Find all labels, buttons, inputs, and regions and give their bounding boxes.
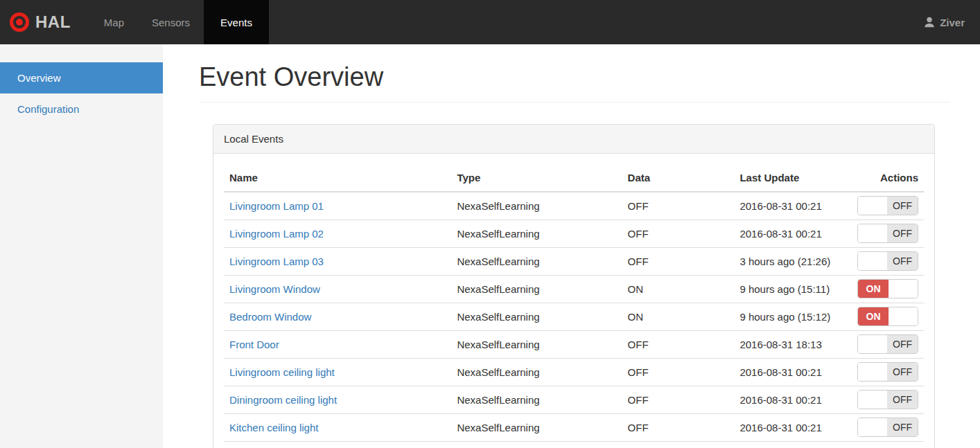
toggle-handle bbox=[858, 224, 887, 242]
toggle-switch[interactable]: OFF bbox=[857, 224, 918, 243]
top-navbar: HAL Map Sensors Events Ziver bbox=[0, 0, 980, 44]
device-data-value: OFF bbox=[622, 247, 735, 275]
device-type: NexaSelfLearning bbox=[451, 413, 622, 441]
device-type: NexaSelfLearning bbox=[451, 358, 622, 386]
panel-body: Name Type Data Last Update Actions Livin… bbox=[213, 154, 934, 448]
device-data-value: OFF bbox=[622, 413, 735, 441]
toggle-state-label: OFF bbox=[887, 197, 918, 215]
toggle-handle bbox=[889, 307, 918, 325]
device-data-value: ON bbox=[622, 303, 735, 330]
device-data-value: OFF bbox=[622, 358, 735, 386]
device-last-update: 9 hours ago (15:11) bbox=[734, 275, 852, 303]
sidebar-list: Overview Configuration bbox=[0, 62, 163, 125]
device-name-link[interactable]: Livingroom Lamp 03 bbox=[229, 256, 324, 267]
toggle-state-label: OFF bbox=[887, 335, 918, 353]
toggle-handle bbox=[889, 280, 918, 298]
toggle-switch[interactable]: OFF bbox=[857, 251, 918, 271]
toggle-switch[interactable]: OFF bbox=[857, 418, 918, 437]
device-last-update: 9 hours ago (15:12) bbox=[734, 303, 852, 330]
main-content: Event Overview Local Events Name Type Da… bbox=[163, 62, 980, 448]
nav-item-events[interactable]: Events bbox=[204, 0, 269, 44]
toggle-switch[interactable]: ON bbox=[857, 307, 918, 326]
device-last-update: 2016-08-31 00:21 bbox=[734, 413, 852, 441]
column-header-actions: Actions bbox=[852, 164, 924, 192]
device-type: NexaSelfLearning bbox=[451, 219, 622, 247]
device-data-value: OFF bbox=[622, 386, 735, 413]
device-type: NexaSelfLearning bbox=[451, 330, 622, 358]
device-last-update: 3 hours ago (21:26) bbox=[734, 247, 852, 275]
device-name-link[interactable]: Livingroom Lamp 02 bbox=[229, 228, 324, 240]
device-name-link[interactable]: Kitchen ceiling light bbox=[229, 422, 318, 433]
toggle-switch[interactable]: OFF bbox=[857, 196, 918, 215]
device-data-value: ON bbox=[622, 275, 735, 303]
device-data-value: OFF bbox=[622, 192, 735, 220]
device-type: NexaSelfLearning bbox=[451, 303, 622, 330]
device-name-link[interactable]: Livingroom ceiling light bbox=[229, 366, 335, 378]
table-header-row: Name Type Data Last Update Actions bbox=[224, 164, 924, 192]
device-name-link[interactable]: Bedroom Window bbox=[229, 311, 311, 323]
column-header-data: Data bbox=[622, 164, 735, 192]
table-row: Livingroom Lamp 03 NexaSelfLearning OFF … bbox=[224, 247, 924, 275]
device-last-update: 2016-08-31 00:21 bbox=[734, 219, 852, 247]
toggle-handle bbox=[858, 335, 887, 353]
brand[interactable]: HAL bbox=[0, 0, 80, 44]
nav-item-map[interactable]: Map bbox=[90, 0, 138, 44]
toggle-state-label: OFF bbox=[887, 252, 918, 270]
device-name-link[interactable]: Front Door bbox=[229, 339, 279, 350]
device-name-link[interactable]: Livingroom Lamp 01 bbox=[229, 200, 324, 212]
table-row: Livingroom Window NexaSelfLearning ON 9 … bbox=[224, 275, 924, 303]
table-row: Livingroom Lamp 02 NexaSelfLearning OFF … bbox=[224, 219, 924, 247]
toggle-switch[interactable]: ON bbox=[857, 279, 918, 298]
table-row: Livingroom ceiling light NexaSelfLearnin… bbox=[224, 358, 924, 386]
column-header-last-update: Last Update bbox=[734, 164, 852, 192]
device-name-link[interactable]: Livingroom Window bbox=[229, 283, 320, 295]
person-icon bbox=[923, 16, 936, 28]
table-row: Livingroom Lamp 01 NexaSelfLearning OFF … bbox=[224, 192, 924, 220]
table-row: Front Door NexaSelfLearning OFF 2016-08-… bbox=[224, 330, 924, 358]
toggle-state-label: OFF bbox=[887, 418, 918, 436]
toggle-switch[interactable]: OFF bbox=[857, 362, 918, 382]
user-menu[interactable]: Ziver bbox=[923, 0, 980, 44]
sidebar: Overview Configuration bbox=[0, 44, 163, 448]
column-header-type: Type bbox=[451, 164, 622, 192]
toggle-state-label: OFF bbox=[887, 363, 918, 381]
table-row: Bedroom Window NexaSelfLearning ON 9 hou… bbox=[224, 303, 924, 330]
column-header-name: Name bbox=[224, 164, 451, 192]
device-type: NexaSelfLearning bbox=[451, 192, 622, 220]
device-type: NexaSelfLearning bbox=[451, 275, 622, 303]
nav-item-sensors[interactable]: Sensors bbox=[138, 0, 204, 44]
device-last-update: 2016-08-31 00:21 bbox=[734, 386, 852, 413]
device-data-value: OFF bbox=[622, 219, 735, 247]
local-events-panel: Local Events Name Type Data Last Update … bbox=[213, 124, 935, 448]
toggle-handle bbox=[858, 391, 887, 409]
toggle-handle bbox=[858, 252, 887, 270]
toggle-state-label: ON bbox=[858, 307, 889, 325]
hal-bullseye-logo-icon bbox=[10, 12, 29, 32]
toggle-switch[interactable]: OFF bbox=[857, 390, 918, 409]
navbar-menu: Map Sensors Events bbox=[90, 0, 269, 44]
toggle-handle bbox=[858, 363, 887, 381]
sidebar-item-overview[interactable]: Overview bbox=[0, 62, 163, 93]
table-row: Diningroom ceiling light NexaSelfLearnin… bbox=[224, 386, 924, 413]
toggle-handle bbox=[858, 197, 887, 215]
device-last-update: 2016-08-31 00:21 bbox=[734, 192, 852, 220]
table-row: Kitchen ceiling light NexaSelfLearning O… bbox=[224, 413, 924, 441]
device-last-update: 2016-08-31 00:21 bbox=[734, 358, 852, 386]
device-last-update: 2016-08-31 18:13 bbox=[734, 330, 852, 358]
events-table: Name Type Data Last Update Actions Livin… bbox=[224, 164, 924, 442]
device-data-value: OFF bbox=[622, 330, 735, 358]
device-type: NexaSelfLearning bbox=[451, 247, 622, 275]
toggle-switch[interactable]: OFF bbox=[857, 334, 918, 354]
toggle-handle bbox=[858, 418, 887, 436]
device-name-link[interactable]: Diningroom ceiling light bbox=[229, 394, 337, 406]
sidebar-item-configuration[interactable]: Configuration bbox=[0, 93, 163, 125]
panel-title: Local Events bbox=[213, 125, 934, 154]
device-type: NexaSelfLearning bbox=[451, 386, 622, 413]
toggle-state-label: OFF bbox=[887, 391, 918, 409]
toggle-state-label: OFF bbox=[887, 224, 918, 242]
toggle-state-label: ON bbox=[858, 280, 889, 298]
page-title: Event Overview bbox=[199, 62, 950, 102]
username-label: Ziver bbox=[940, 17, 965, 28]
brand-label: HAL bbox=[35, 12, 71, 32]
